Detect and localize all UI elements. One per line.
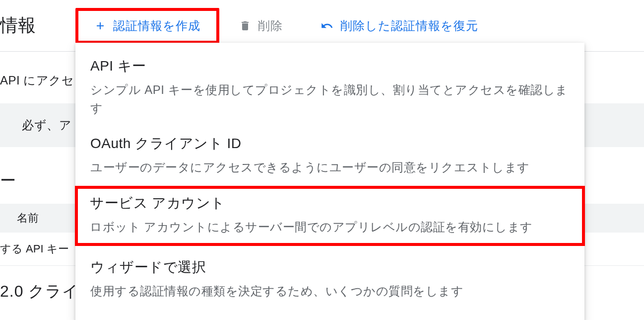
dropdown-item-service-account[interactable]: サービス アカウント ロボット アカウントによるサーバー間でのアプリレベルの認証… (75, 186, 585, 246)
dropdown-item-api-key[interactable]: API キー シンプル API キーを使用してプロジェクトを識別し、割り当てとア… (75, 49, 584, 126)
dropdown-item-wizard[interactable]: ウィザードで選択 使用する認証情報の種類を決定するため、いくつかの質問をします (75, 246, 584, 309)
delete-label: 削除 (258, 18, 283, 34)
dropdown-item-desc: ユーザーのデータにアクセスできるようにユーザーの同意をリクエストします (90, 158, 570, 176)
dropdown-item-oauth-client[interactable]: OAuth クライアント ID ユーザーのデータにアクセスできるようにユーザーの… (75, 126, 584, 185)
restore-button[interactable]: 削除した認証情報を復元 (310, 11, 489, 41)
page-title: 情報 (0, 13, 56, 38)
dropdown-item-title: OAuth クライアント ID (90, 134, 570, 153)
trash-icon (239, 20, 251, 32)
dropdown-item-desc: ロボット アカウントによるサーバー間でのアプリレベルの認証を有効にします (90, 218, 570, 236)
restore-label: 削除した認証情報を復元 (340, 18, 478, 34)
create-credentials-dropdown: API キー シンプル API キーを使用してプロジェクトを識別し、割り当てとア… (75, 43, 584, 320)
create-credentials-label: 認証情報を作成 (113, 18, 200, 34)
plus-icon (94, 20, 106, 32)
dropdown-item-desc: シンプル API キーを使用してプロジェクトを識別し、割り当てとアクセスを確認し… (90, 80, 570, 117)
dropdown-item-title: サービス アカウント (90, 194, 570, 213)
create-credentials-button[interactable]: 認証情報を作成 (83, 11, 211, 41)
dropdown-item-title: ウィザードで選択 (90, 258, 570, 277)
undo-icon (321, 19, 333, 32)
dropdown-item-title: API キー (90, 57, 570, 76)
delete-button[interactable]: 削除 (228, 11, 294, 41)
dropdown-item-desc: 使用する認証情報の種類を決定するため、いくつかの質問をします (90, 282, 570, 300)
create-credentials-highlight: 認証情報を作成 (75, 8, 219, 44)
